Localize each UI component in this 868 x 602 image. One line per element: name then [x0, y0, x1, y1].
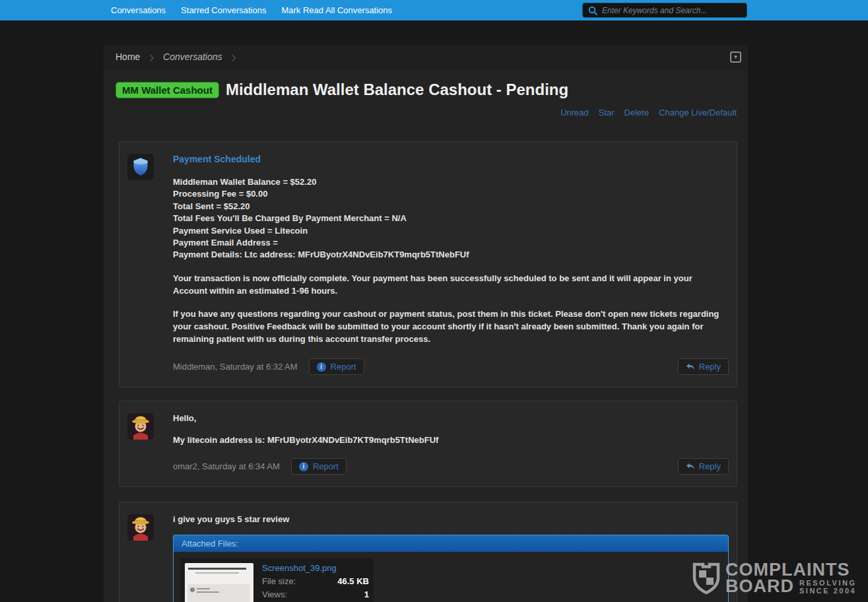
thumb-text-line — [197, 588, 210, 589]
watermark-tagline2: SINCE 2004 — [799, 587, 856, 595]
nav-starred-conversations[interactable]: Starred Conversations — [181, 5, 266, 15]
reply-arrow-icon — [686, 463, 694, 470]
message-post: Payment Scheduled Middleman Wallet Balan… — [119, 141, 737, 387]
report-label: Report — [313, 461, 339, 471]
attachment-details: Screenshot_39.png File size: 46.5 KB Vie… — [262, 563, 369, 602]
views-label: Views: — [262, 589, 287, 599]
message-heading: Payment Scheduled — [173, 154, 729, 164]
message-content: i give you guys 5 star review Attached F… — [173, 514, 729, 602]
message-post: Hello, My litecoin address is: MFrUByotr… — [119, 401, 737, 487]
message-content: Hello, My litecoin address is: MFrUByotr… — [173, 413, 729, 475]
thumb-text-line — [195, 572, 239, 574]
payment-details: Middleman Wallet Balance = $52.20 Proces… — [173, 176, 729, 261]
message-paragraph: Your transaction is now officially compl… — [173, 273, 724, 297]
reply-arrow-icon — [686, 363, 694, 370]
report-button[interactable]: i Report — [291, 458, 347, 475]
complaintsboard-watermark: COMPLAINTS BOARD RESOLVING SINCE 2004 — [692, 562, 856, 595]
reply-button[interactable]: Reply — [678, 358, 729, 375]
thumb-card — [187, 584, 250, 602]
message-meta: Middleman, Saturday at 6:32 AM — [173, 362, 298, 372]
attachment-item: Screenshot_39.png File size: 46.5 KB Vie… — [180, 558, 374, 602]
page-title: Middleman Wallet Balance Cashout - Pendi… — [226, 81, 568, 99]
nav-links: Conversations Starred Conversations Mark… — [111, 5, 392, 15]
reply-button[interactable]: Reply — [678, 458, 729, 475]
report-button[interactable]: i Report — [309, 358, 364, 375]
nav-conversations[interactable]: Conversations — [111, 5, 166, 15]
watermark-line2: BOARD — [725, 578, 794, 595]
avatar[interactable] — [127, 413, 154, 440]
message-paragraph: If you have any questions regarding your… — [173, 308, 724, 345]
thumb-avatar-dot — [190, 587, 195, 592]
breadcrumb-home[interactable]: Home — [116, 51, 140, 62]
message-text: My litecoin address is: MFrUByotrX4NDvEi… — [173, 435, 729, 445]
search-box[interactable] — [582, 3, 747, 18]
attached-files-header: Attached Files: — [174, 535, 728, 552]
search-icon — [588, 6, 597, 15]
info-icon: i — [299, 462, 308, 471]
message-post: i give you guys 5 star review Attached F… — [119, 502, 737, 602]
avatar[interactable] — [127, 154, 154, 180]
detail-line: Middleman Wallet Balance = $52.20 — [173, 176, 729, 188]
message-text: i give you guys 5 star review — [173, 514, 729, 524]
breadcrumb: Home › Conversations › ▼ — [104, 45, 748, 69]
breadcrumb-conversations[interactable]: Conversations — [163, 51, 222, 62]
file-size-label: File size: — [262, 576, 296, 586]
nav-mark-read-all[interactable]: Mark Read All Conversations — [281, 5, 392, 15]
chevron-right-icon: › — [231, 47, 237, 67]
thread-header: MM Wallet Cashout Middleman Wallet Balan… — [116, 81, 748, 99]
watermark-text: COMPLAINTS BOARD RESOLVING SINCE 2004 — [725, 562, 856, 595]
top-navbar: Conversations Starred Conversations Mark… — [0, 0, 868, 20]
attachment-row: File size: 46.5 KB — [262, 576, 369, 586]
thread-prefix-badge[interactable]: MM Wallet Cashout — [116, 82, 219, 98]
search-input[interactable] — [602, 6, 741, 15]
attachment-file-link[interactable]: Screenshot_39.png — [262, 563, 337, 573]
luffy-avatar-icon — [127, 514, 154, 541]
detail-line: Payment Email Address = — [173, 237, 729, 249]
message-meta: omar2, Saturday at 6:34 AM — [173, 461, 280, 471]
action-delete[interactable]: Delete — [624, 108, 650, 117]
watermark-tagline1: RESOLVING — [799, 579, 856, 587]
chevron-right-icon: › — [149, 47, 154, 67]
detail-line: Payment Service Used = Litecoin — [173, 225, 729, 237]
attachment-row: Views: 1 — [262, 589, 369, 599]
luffy-avatar-icon — [127, 413, 154, 440]
main-content: Home › Conversations › ▼ MM Wallet Casho… — [104, 45, 748, 602]
views-value: 1 — [364, 589, 369, 599]
attachment-thumbnail[interactable] — [185, 563, 253, 602]
message-footer: omar2, Saturday at 6:34 AM i Report Repl… — [173, 458, 729, 475]
info-icon: i — [317, 362, 326, 372]
detail-line: Processing Fee = $0.00 — [173, 188, 729, 200]
action-unread[interactable]: Unread — [560, 108, 589, 117]
watermark-tagline: RESOLVING SINCE 2004 — [799, 579, 856, 595]
action-change-live-default[interactable]: Change Live/Default — [659, 108, 737, 117]
reply-label: Reply — [699, 461, 721, 471]
message-content: Payment Scheduled Middleman Wallet Balan… — [173, 154, 729, 375]
file-size-value: 46.5 KB — [337, 576, 369, 586]
thumb-text-line — [197, 591, 219, 593]
detail-line: Total Sent = $52.20 — [173, 201, 729, 213]
shield-icon — [127, 154, 154, 180]
thread-actions: Unread Star Delete Change Live/Default — [104, 108, 737, 117]
report-label: Report — [331, 362, 356, 372]
avatar[interactable] — [127, 514, 154, 541]
reply-label: Reply — [699, 362, 721, 372]
message-footer: Middleman, Saturday at 6:32 AM i Report … — [173, 358, 729, 375]
quick-nav-button[interactable]: ▼ — [730, 51, 741, 63]
detail-line: Payment Details: Ltc address: MFrUByotrX… — [173, 249, 729, 261]
attached-files-panel: Attached Files: — [173, 535, 729, 602]
attached-files-body: Screenshot_39.png File size: 46.5 KB Vie… — [174, 552, 728, 602]
thumb-text-line — [188, 568, 246, 570]
message-text: Hello, — [173, 413, 729, 423]
complaintsboard-shield-icon — [692, 562, 721, 595]
action-star[interactable]: Star — [599, 108, 615, 117]
detail-line: Total Fees You'll Be Charged By Payment … — [173, 213, 729, 224]
